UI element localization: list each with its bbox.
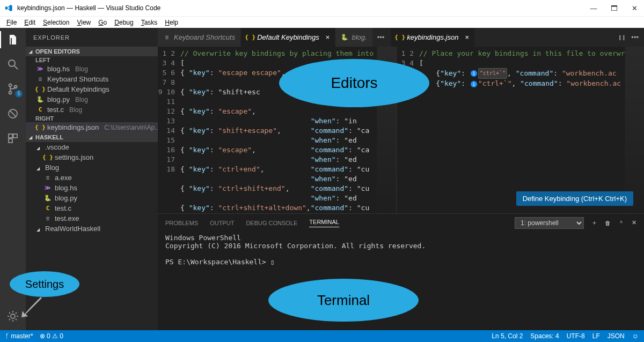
- menu-debug[interactable]: Debug: [111, 18, 136, 27]
- svg-rect-7: [9, 134, 12, 138]
- open-editor-item[interactable]: 🐍blog.pyBlog: [26, 94, 158, 105]
- file-icon: ≡: [36, 76, 44, 83]
- code-left[interactable]: // Overwrite key bindings by placing the…: [180, 47, 377, 213]
- code-right[interactable]: // Place your key bindings in this file …: [419, 47, 625, 213]
- menu-selection[interactable]: Selection: [40, 18, 72, 27]
- tree-item[interactable]: Blog: [26, 162, 158, 173]
- svg-point-0: [9, 60, 15, 66]
- open-editor-item[interactable]: ≡Keyboard Shortcuts: [26, 74, 158, 84]
- open-editor-item[interactable]: ≫blog.hsBlog: [26, 64, 158, 74]
- kill-terminal-icon[interactable]: 🗑: [605, 220, 611, 226]
- tree-item[interactable]: ≡test.exe: [26, 213, 158, 224]
- tree-item[interactable]: 🐍blog.py: [26, 193, 158, 203]
- status-bar: ᚶ master* ⊗ 0 ⚠ 0 Ln 5, Col 2 Spaces: 4 …: [0, 330, 644, 342]
- editor-left[interactable]: 1 2 3 4 5 6 7 8 9 10 11 12 13 14 15 16 1…: [158, 47, 397, 213]
- svg-point-10: [11, 314, 15, 318]
- minimize-button[interactable]: —: [588, 4, 599, 12]
- scm-badge: 6: [15, 90, 23, 98]
- status-cursor[interactable]: Ln 5, Col 2: [492, 332, 523, 340]
- open-editors-header[interactable]: OPEN EDITORS: [26, 47, 158, 56]
- activity-debug[interactable]: [5, 106, 20, 121]
- hs-icon: ≫: [36, 65, 44, 73]
- tree-item[interactable]: ≫blog.hs: [26, 183, 158, 193]
- activity-search[interactable]: [5, 57, 20, 72]
- menubar: File Edit Selection View Go Debug Tasks …: [0, 16, 644, 28]
- close-tab-icon[interactable]: ×: [326, 33, 330, 41]
- menu-view[interactable]: View: [74, 18, 94, 27]
- status-spaces[interactable]: Spaces: 4: [530, 332, 559, 340]
- menu-go[interactable]: Go: [95, 18, 110, 27]
- caret-icon: [36, 225, 42, 233]
- editor-tab[interactable]: { }Default Keybindings×: [241, 28, 335, 47]
- activity-explorer[interactable]: [5, 32, 20, 47]
- search-icon: [6, 58, 19, 71]
- close-tab-icon[interactable]: ×: [465, 33, 469, 41]
- minimap-right[interactable]: [625, 47, 644, 213]
- panel-tab-problems[interactable]: PROBLEMS: [165, 220, 198, 226]
- c-icon: C: [36, 106, 44, 114]
- tabs-row: ≡Keyboard Shortcuts{ }Default Keybinding…: [158, 28, 644, 47]
- panel-tab-output[interactable]: OUTPUT: [210, 220, 234, 226]
- status-eol[interactable]: LF: [592, 332, 600, 340]
- new-terminal-icon[interactable]: ＋: [591, 219, 597, 227]
- file-icon: ≡: [44, 215, 52, 222]
- status-lang[interactable]: JSON: [608, 332, 625, 340]
- status-problems[interactable]: ⊗ 0 ⚠ 0: [40, 332, 63, 340]
- bug-icon: [6, 107, 19, 120]
- maximize-panel-icon[interactable]: ＾: [618, 219, 624, 227]
- svg-line-15: [9, 313, 10, 314]
- editor-tab[interactable]: { }keybindings.json×: [391, 28, 475, 47]
- define-keybinding-button[interactable]: Define Keybinding (Ctrl+K Ctrl+K): [516, 191, 633, 206]
- menu-help[interactable]: Help: [162, 18, 181, 27]
- close-button[interactable]: ✕: [629, 4, 640, 12]
- split-editor-icon[interactable]: ⫿⫿: [618, 33, 626, 41]
- tree-item[interactable]: .vscode: [26, 142, 158, 152]
- extensions-icon: [6, 132, 19, 145]
- hs-icon: ≫: [44, 184, 52, 192]
- window-title: keybindings.json — Haskell — Visual Stud…: [17, 4, 160, 12]
- open-editors-right-label: RIGHT: [26, 115, 158, 122]
- tree-item[interactable]: Ctest.c: [26, 203, 158, 213]
- status-feedback-icon[interactable]: ☺: [632, 332, 639, 340]
- files-icon: [6, 33, 19, 46]
- tab-overflow[interactable]: 🐍blog.: [335, 28, 372, 47]
- svg-point-3: [9, 92, 12, 94]
- menu-tasks[interactable]: Tasks: [138, 18, 161, 27]
- activity-settings[interactable]: [5, 309, 20, 324]
- tree-item[interactable]: { }settings.json: [26, 152, 158, 162]
- activity-extensions[interactable]: [5, 131, 20, 146]
- svg-line-1: [14, 66, 18, 69]
- editor-area: ≡Keyboard Shortcuts{ }Default Keybinding…: [158, 28, 644, 330]
- menu-file[interactable]: File: [3, 18, 20, 27]
- json-icon: { }: [396, 34, 404, 41]
- close-panel-icon[interactable]: ✕: [632, 219, 636, 226]
- status-branch[interactable]: ᚶ master*: [5, 332, 33, 340]
- editor-right[interactable]: 1 2 3 4 // Place your key bindings in th…: [397, 47, 644, 213]
- open-editor-item[interactable]: { }Default Keybindings: [26, 84, 158, 94]
- panel-tab-terminal[interactable]: TERMINAL: [309, 219, 339, 227]
- tab-more-left[interactable]: •••: [373, 33, 389, 41]
- open-editor-item[interactable]: { }keybindings.jsonC:\Users\arvin\Ap...: [26, 122, 158, 132]
- editor-tab[interactable]: ≡Keyboard Shortcuts: [158, 28, 241, 47]
- tree-item[interactable]: RealWorldHaskell: [26, 224, 158, 234]
- maximize-button[interactable]: 🗖: [609, 4, 619, 12]
- minimap-left[interactable]: [377, 47, 396, 213]
- panel: PROBLEMS OUTPUT DEBUG CONSOLE TERMINAL 1…: [158, 213, 644, 330]
- activity-scm[interactable]: 6: [5, 81, 20, 96]
- workspace-header[interactable]: HASKELL: [26, 132, 158, 142]
- activity-bar: 6: [0, 28, 26, 330]
- tree-item[interactable]: ≡a.exe: [26, 173, 158, 183]
- caret-icon: [36, 143, 42, 151]
- json-icon: { }: [246, 34, 254, 41]
- status-encoding[interactable]: UTF-8: [567, 332, 585, 340]
- python-icon: 🐍: [341, 34, 348, 41]
- panel-tab-debug[interactable]: DEBUG CONSOLE: [246, 220, 297, 226]
- terminal-select[interactable]: 1: powershell: [515, 217, 584, 229]
- terminal-body[interactable]: Windows PowerShell Copyright (C) 2016 Mi…: [158, 232, 644, 330]
- tab-more-right[interactable]: •••: [631, 33, 639, 41]
- gutter-left: 1 2 3 4 5 6 7 8 9 10 11 12 13 14 15 16 1…: [158, 47, 180, 213]
- json-icon: { }: [36, 124, 44, 131]
- menu-edit[interactable]: Edit: [21, 18, 39, 27]
- svg-rect-9: [9, 139, 12, 143]
- open-editor-item[interactable]: Ctest.cBlog: [26, 105, 158, 115]
